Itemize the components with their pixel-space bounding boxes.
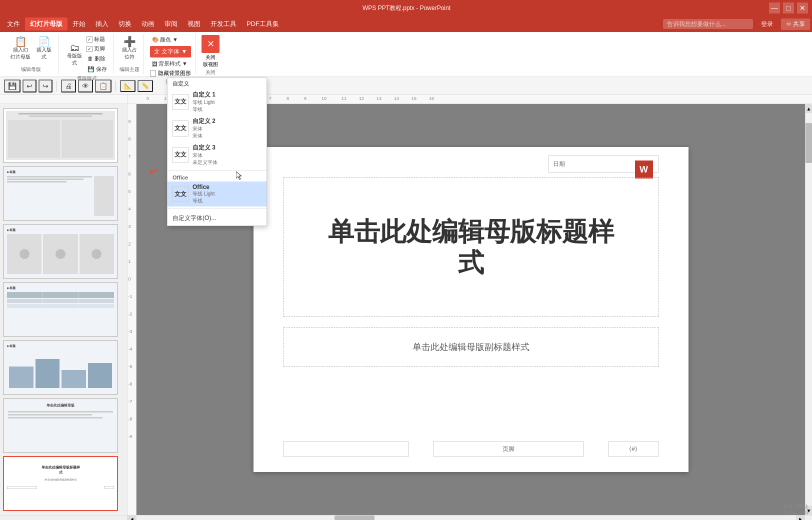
copy-button[interactable]: 📋 [95,80,112,92]
title-cb-icon [86,36,92,42]
insert-placeholder-icon: ➕ [124,36,136,46]
color-button[interactable]: 🎨 颜色 ▼ [150,35,191,44]
font-item-office1[interactable]: 文文 Office 等线 Light 等线 [168,182,266,206]
insert-placeholder-button[interactable]: ➕ 插入占位符 [120,35,140,62]
quick-access-toolbar: 💾 ↩ ↪ 🖨 👁 📋 📐 📏 [0,77,812,95]
font-item-custom3[interactable]: 文文 自定义 3 宋体 未定义字体 [168,142,266,168]
ruler-v-top [128,95,136,104]
insert-layout-button[interactable]: 📄 插入版式 [34,35,54,62]
slide-title-area[interactable]: 单击此处编辑母版标题样式 [284,177,658,317]
master-layout-icon: 🗂 [70,42,80,52]
save-quick-button[interactable]: 💾 [4,80,20,92]
menu-start[interactable]: 开始 [68,18,90,30]
font-item-custom2[interactable]: 文文 自定义 2 宋体 宋体 [168,115,266,142]
redo-button[interactable]: ↪ [38,80,52,92]
slide-thumb-3[interactable]: ■ 标题 [3,224,118,279]
office-logo: W [635,160,653,178]
window-controls[interactable]: — □ ✕ [769,2,808,14]
ribbon-group-theme: 🎨 颜色 ▼ 文 文字体 ▼ 🖼 背景样式 ▼ 隐藏背景图形 背景 [146,34,196,74]
slide-date-box: 日期 W [548,155,658,173]
slide-thumb-1[interactable] [3,108,118,163]
scroll-up-button[interactable]: ▲ [806,104,812,113]
slide-thumb-7[interactable]: 单击此处编辑母版标题样式 单击此处编辑母版副标题样式 [3,456,118,511]
font-icon-custom3: 文文 [172,147,188,163]
slide-thumb-2[interactable]: ■ 标题 [3,166,118,221]
ribbon-row-master: 🗂 母版版式 标题 页脚 🗑 删除 💾 保存 [64,35,109,74]
minimize-button[interactable]: — [769,2,780,14]
slide-thumb-6[interactable]: 单击此处编辑母版 [3,398,118,453]
title-bar: WPS PPT教程.pptx - PowerPoint — □ ✕ [0,0,812,16]
font-icon-office1: 文文 [172,186,188,202]
slide-thumb-5[interactable]: ■ 标题 [3,340,118,395]
ribbon: 📋 插入幻灯片母版 📄 插入版式 编辑母版 🗂 母版版式 标题 [0,32,812,77]
slide-thumb-4[interactable]: ■ 标题 [3,282,118,337]
menu-insert[interactable]: 插入 [90,18,114,30]
preview-button[interactable]: 👁 [78,80,93,92]
scroll-left-button[interactable]: ◄ [128,516,136,520]
font-dropdown: 自定义 文文 自定义 1 等线 Light 等线 文文 自定义 2 宋体 宋体 … [167,78,267,226]
undo-button[interactable]: ↩ [22,80,36,92]
scrollbar-h-left-space [0,516,128,520]
rename-button[interactable]: 🗑 删除 [86,54,109,64]
close-master-view-button[interactable]: ✕ [202,35,220,53]
watermark: 极光下载站 99%c.com [783,503,808,516]
menu-pdf[interactable]: PDF工具集 [242,18,284,30]
login-button[interactable]: 登录 [757,19,777,30]
share-button[interactable]: ♾ 共享 [781,18,810,30]
footer-date-box [284,441,408,457]
font-info-office1: Office 等线 Light 等线 [192,184,214,204]
slide-subtitle-area[interactable]: 单击此处编辑母版副标题样式 [284,327,658,367]
window-title: WPS PPT教程.pptx - PowerPoint [44,4,769,12]
scrollbar-thumb-v[interactable] [806,123,812,163]
scrollbar-horizontal[interactable]: ◄ ► [128,516,805,520]
footer-label: 页脚 [502,445,514,454]
dropdown-divider-1 [168,170,266,170]
print-button[interactable]: 🖨 [61,80,76,92]
scrollbar-thumb-h[interactable] [334,516,374,520]
menu-animation[interactable]: 动画 [136,18,160,30]
font-info-custom2: 自定义 2 宋体 宋体 [192,117,216,140]
menu-file[interactable]: 文件 [2,18,25,30]
ribbon-group-close: ✕ 关闭版视图 关闭 [198,34,224,74]
menu-developer[interactable]: 开发工具 [206,18,242,30]
group-label-edit-master: 编辑母版 [21,66,41,73]
font-icon-custom1: 文文 [172,94,188,110]
save-button[interactable]: 💾 保存 [86,64,109,74]
font-item-custom1[interactable]: 文文 自定义 1 等线 Light 等线 [168,88,266,115]
ribbon-row-insert: 📋 插入幻灯片母版 📄 插入版式 [8,35,54,62]
slide-panel[interactable]: ■ 标题 ■ 标题 [0,104,128,515]
dropdown-section-custom: 自定义 [168,78,266,88]
scrollbar-corner [805,516,812,520]
menu-transition[interactable]: 切换 [114,18,136,30]
group-label-placeholder: 编辑主题 [120,66,140,73]
bg-style-button[interactable]: 🖼 背景样式 ▼ [150,59,191,68]
font-info-custom1: 自定义 1 等线 Light 等线 [192,90,216,113]
menu-right: 登录 ♾ 共享 [663,18,810,30]
hide-shapes-checkbox[interactable] [150,70,156,76]
extra-btn-2[interactable]: 📏 [138,80,153,92]
restore-button[interactable]: □ [783,2,794,14]
slide-canvas: 日期 W 单击此处编辑母版标题样式 单击此处编辑母版副标题样式 页脚 [254,147,688,472]
menu-slidemaster[interactable]: 幻灯片母版 [25,18,68,30]
slide-footer-area: 页脚 ⟨#⟩ [284,441,658,457]
font-button[interactable]: 文 文字体 ▼ [150,46,191,58]
custom-font-button[interactable]: 自定义字体(O)... [168,211,266,226]
scrollbar-horizontal-container: ◄ ► [0,515,812,520]
title-checkbox[interactable]: 标题 [86,35,109,44]
toolbar-divider-2 [116,81,116,91]
font-info-custom3: 自定义 3 宋体 未定义字体 [192,144,218,166]
scrollbar-vertical[interactable]: ▲ ▼ [805,104,812,515]
footer-checkbox[interactable]: 页脚 [86,44,109,53]
close-button[interactable]: ✕ [797,2,808,14]
menu-review[interactable]: 审阅 [160,18,182,30]
menu-view[interactable]: 视图 [182,18,206,30]
footer-label-box: 页脚 [434,441,584,457]
extra-btn-1[interactable]: 📐 [120,80,136,92]
search-input[interactable] [663,19,753,29]
master-layout-button[interactable]: 🗂 母版版式 [64,41,84,68]
dropdown-divider-2 [168,208,266,209]
insert-slide-master-button[interactable]: 📋 插入幻灯片母版 [8,35,33,62]
scroll-right-button[interactable]: ► [796,516,805,520]
main-area: ■ 标题 ■ 标题 [0,104,812,515]
toolbar-divider-1 [56,81,57,91]
